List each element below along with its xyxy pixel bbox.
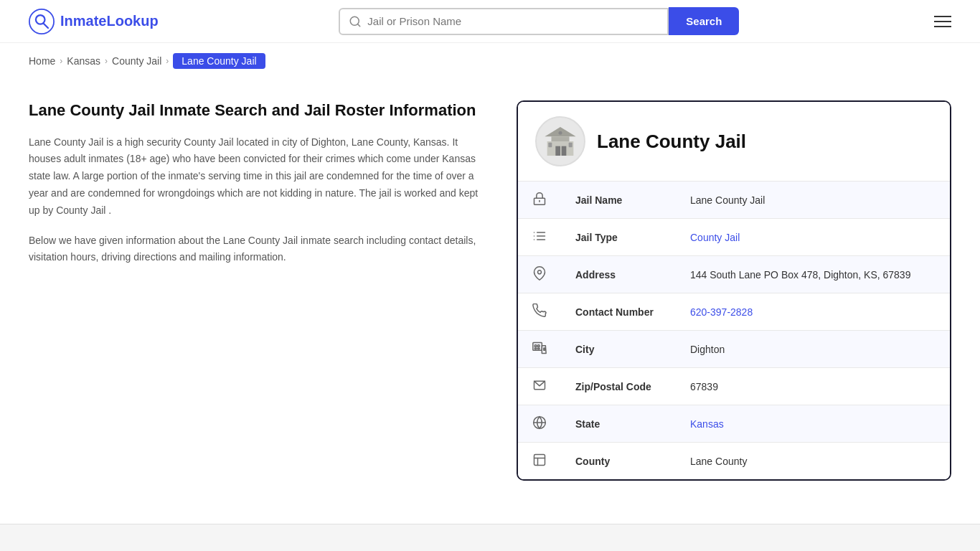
table-row: Jail NameLane County Jail [518, 182, 950, 219]
jail-avatar [535, 116, 585, 166]
hamburger-line2 [934, 21, 951, 22]
table-row: Jail TypeCounty Jail [518, 219, 950, 256]
menu-button[interactable] [934, 16, 951, 27]
info-table: Jail NameLane County JailJail TypeCounty… [518, 181, 950, 479]
card-title: Lane County Jail [597, 131, 746, 153]
page-description-2: Below we have given information about th… [29, 232, 488, 267]
search-area: Search [339, 7, 739, 35]
search-wrapper [339, 8, 669, 35]
phone-icon [518, 293, 561, 331]
search-button[interactable]: Search [669, 7, 739, 35]
breadcrumb-state[interactable]: Kansas [67, 55, 100, 67]
row-value: Lane County [676, 443, 950, 480]
table-row: StateKansas [518, 405, 950, 443]
svg-rect-23 [534, 345, 537, 347]
svg-rect-8 [555, 146, 560, 156]
row-value[interactable]: County Jail [676, 219, 950, 256]
svg-point-10 [559, 131, 562, 135]
logo-link[interactable]: InmateLookup [29, 9, 159, 34]
row-label: Zip/Postal Code [561, 368, 676, 405]
row-value: 67839 [676, 368, 950, 405]
state-icon [518, 405, 561, 443]
row-value-link[interactable]: Kansas [690, 418, 724, 430]
card-header: Lane County Jail [518, 102, 950, 181]
row-label: Contact Number [561, 293, 676, 331]
svg-rect-24 [538, 345, 540, 347]
svg-rect-6 [552, 136, 570, 141]
row-label: Jail Type [561, 219, 676, 256]
hamburger-line1 [934, 16, 951, 17]
jail-icon [518, 182, 561, 219]
jail-building-icon [542, 123, 578, 159]
row-label: Jail Name [561, 182, 676, 219]
page-title: Lane County Jail Inmate Search and Jail … [29, 100, 488, 121]
row-value-link[interactable]: 620-397-2828 [690, 306, 753, 318]
main-content: Lane County Jail Inmate Search and Jail … [0, 79, 980, 509]
table-row: Address144 South Lane PO Box 478, Dighto… [518, 256, 950, 293]
breadcrumb-sep3: › [166, 56, 169, 66]
info-card: Lane County Jail Jail NameLane County Ja… [517, 100, 951, 481]
row-value[interactable]: Kansas [676, 405, 950, 443]
logo-icon [29, 9, 55, 34]
breadcrumb-current: Lane County Jail [173, 53, 265, 69]
row-value[interactable]: 620-397-2828 [676, 293, 950, 331]
table-row: CityDighton [518, 331, 950, 368]
row-label: County [561, 443, 676, 480]
breadcrumb: Home › Kansas › County Jail › Lane Count… [0, 43, 980, 79]
svg-rect-9 [562, 146, 567, 156]
row-label: City [561, 331, 676, 368]
table-row: CountyLane County [518, 443, 950, 480]
hamburger-line3 [934, 26, 951, 27]
page-description-1: Lane County Jail is a high security Coun… [29, 134, 488, 220]
breadcrumb-sep2: › [105, 56, 108, 66]
table-row: Contact Number620-397-2828 [518, 293, 950, 331]
logo-text: InmateLookup [60, 13, 159, 29]
breadcrumb-home[interactable]: Home [29, 55, 55, 67]
row-value: 144 South Lane PO Box 478, Dighton, KS, … [676, 256, 950, 293]
footer-bar [0, 524, 980, 551]
svg-point-21 [538, 270, 542, 274]
location-icon [518, 256, 561, 293]
breadcrumb-sep1: › [60, 56, 62, 66]
row-value: Lane County Jail [676, 182, 950, 219]
svg-rect-27 [544, 348, 545, 350]
svg-rect-12 [569, 143, 573, 148]
row-value: Dighton [676, 331, 950, 368]
svg-line-4 [358, 24, 360, 26]
svg-rect-25 [534, 348, 537, 349]
left-column: Lane County Jail Inmate Search and Jail … [29, 100, 488, 266]
header: InmateLookup Search [0, 0, 980, 43]
svg-line-2 [44, 23, 48, 27]
list-icon [518, 219, 561, 256]
row-label: State [561, 405, 676, 443]
svg-point-0 [29, 9, 54, 33]
row-value-link[interactable]: County Jail [690, 232, 740, 243]
svg-rect-31 [534, 455, 545, 466]
svg-rect-11 [548, 143, 552, 148]
row-label: Address [561, 256, 676, 293]
search-icon [349, 15, 362, 28]
county-icon [518, 443, 561, 480]
table-row: Zip/Postal Code67839 [518, 368, 950, 405]
breadcrumb-type[interactable]: County Jail [112, 55, 161, 67]
search-input[interactable] [367, 15, 659, 27]
city-icon [518, 331, 561, 368]
zip-icon [518, 368, 561, 405]
svg-rect-26 [538, 348, 540, 349]
